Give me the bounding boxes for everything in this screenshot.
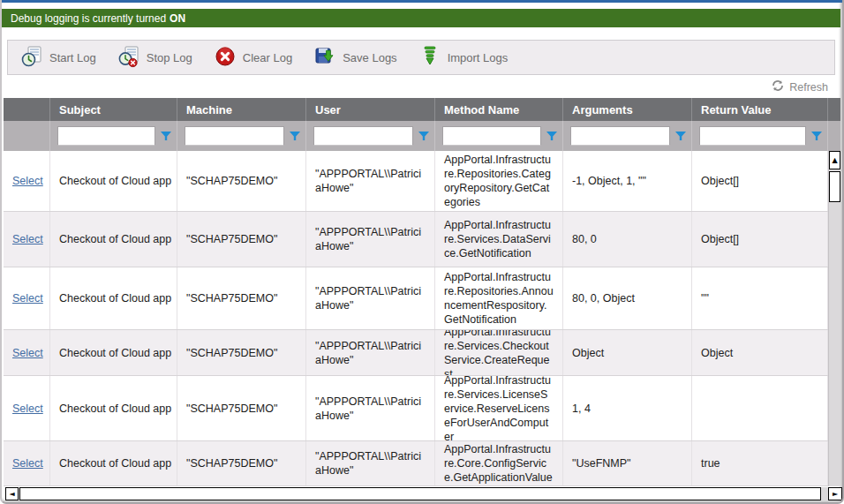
select-cell: Select <box>4 376 50 440</box>
arguments-filter-input[interactable] <box>570 126 670 146</box>
subject-filter-input[interactable] <box>57 126 155 146</box>
machine-filter-funnel-icon[interactable] <box>290 132 300 141</box>
import-logs-label: Import Logs <box>448 51 509 64</box>
return-value-cell: Object <box>692 330 828 375</box>
vertical-scrollbar[interactable]: ▲ <box>828 151 840 486</box>
filter-arguments-cell <box>563 121 692 151</box>
return-value-cell: true <box>692 441 828 485</box>
debug-log-window: Debug logging is currently turned ON Sta… <box>0 0 844 504</box>
refresh-button[interactable]: Refresh <box>772 79 828 95</box>
subject-cell: Checkout of Cloud app <box>50 212 177 267</box>
arguments-cell: Object <box>563 330 692 375</box>
log-toolbar: Start Log Stop Log <box>7 40 835 75</box>
return-filter-input[interactable] <box>699 126 806 146</box>
scroll-right-button[interactable]: ► <box>828 487 842 500</box>
arguments-cell: 80, 0, Object <box>563 267 692 329</box>
user-filter-funnel-icon[interactable] <box>418 132 429 141</box>
return-value-cell: Object[] <box>692 151 828 211</box>
scroll-left-button[interactable]: ◄ <box>5 487 19 500</box>
return-filter-funnel-icon[interactable] <box>811 132 822 141</box>
method-name-cell: AppPortal.Infrastructure.Services.Licens… <box>435 376 563 440</box>
table-row: Select Checkout of Cloud app "SCHAP75DEM… <box>4 151 828 212</box>
user-filter-input[interactable] <box>313 126 413 146</box>
user-cell: "APPPORTAL\\PatriciaHowe" <box>306 441 435 485</box>
machine-cell: "SCHAP75DEMO" <box>177 151 306 211</box>
method-name-cell: AppPortal.Infrastructure.Services.Checko… <box>435 330 563 375</box>
arguments-filter-funnel-icon[interactable] <box>675 132 686 141</box>
stop-log-label: Stop Log <box>147 51 192 64</box>
table-row: Select Checkout of Cloud app "SCHAP75DEM… <box>4 212 828 267</box>
arguments-cell: 80, 0 <box>563 212 692 267</box>
scroll-up-button[interactable]: ▲ <box>829 151 840 169</box>
arguments-cell: "UseFNMP" <box>563 441 692 485</box>
banner-state: ON <box>170 12 185 25</box>
banner-text: Debug logging is currently turned <box>11 12 166 25</box>
grid-header-row: Subject Machine User Method Name Argumen… <box>4 98 840 121</box>
machine-cell: "SCHAP75DEMO" <box>177 267 306 329</box>
grid-rows: Select Checkout of Cloud app "SCHAP75DEM… <box>4 151 828 486</box>
subject-cell: Checkout of Cloud app <box>50 330 177 375</box>
select-link[interactable]: Select <box>12 291 43 305</box>
header-user: User <box>306 98 435 121</box>
grid-data-area: Select Checkout of Cloud app "SCHAP75DEM… <box>4 151 840 486</box>
method-name-cell: AppPortal.Infrastructure.Core.ConfigServ… <box>435 441 563 485</box>
arguments-cell: -1, Object, 1, "" <box>563 151 692 211</box>
subject-cell: Checkout of Cloud app <box>50 267 177 329</box>
select-link[interactable]: Select <box>12 346 43 360</box>
filter-machine-cell <box>177 121 306 151</box>
header-return-value: Return Value <box>692 98 828 121</box>
select-cell: Select <box>4 267 50 329</box>
import-logs-button[interactable]: Import Logs <box>415 41 526 74</box>
subject-filter-funnel-icon[interactable] <box>161 132 171 141</box>
table-row: Select Checkout of Cloud app "SCHAP75DEM… <box>4 441 828 486</box>
user-cell: "APPPORTAL\\PatriciaHowe" <box>306 151 435 211</box>
import-logs-icon <box>418 45 441 71</box>
method-name-cell: AppPortal.Infrastructure.Repositories.An… <box>435 267 563 329</box>
user-cell: "APPPORTAL\\PatriciaHowe" <box>306 267 435 329</box>
clear-log-button[interactable]: Clear Log <box>210 41 310 74</box>
return-value-cell <box>692 376 828 440</box>
user-cell: "APPPORTAL\\PatriciaHowe" <box>306 212 435 267</box>
machine-cell: "SCHAP75DEMO" <box>177 212 306 267</box>
select-link[interactable]: Select <box>12 232 43 246</box>
select-link[interactable]: Select <box>12 402 43 416</box>
return-value-cell: Object[] <box>692 212 828 267</box>
debug-status-banner: Debug logging is currently turned ON <box>2 9 840 27</box>
select-link[interactable]: Select <box>12 456 43 470</box>
header-method-name: Method Name <box>435 98 563 121</box>
arguments-cell: 1, 4 <box>563 376 692 440</box>
select-link[interactable]: Select <box>12 174 43 188</box>
subject-cell: Checkout of Cloud app <box>50 441 177 485</box>
start-log-icon <box>20 45 43 71</box>
filter-scrollbar-cap <box>828 121 840 151</box>
subject-cell: Checkout of Cloud app <box>50 376 177 440</box>
select-cell: Select <box>4 441 50 485</box>
stop-log-button[interactable]: Stop Log <box>114 41 210 74</box>
window-top-border <box>2 0 842 3</box>
filter-method-cell <box>435 121 563 151</box>
user-cell: "APPPORTAL\\PatriciaHowe" <box>306 330 435 375</box>
log-grid: Subject Machine User Method Name Argumen… <box>4 98 840 500</box>
stop-log-icon <box>117 45 140 71</box>
table-row: Select Checkout of Cloud app "SCHAP75DEM… <box>4 376 828 441</box>
save-logs-button[interactable]: Save Logs <box>310 41 414 74</box>
horizontal-scroll-thumb[interactable] <box>19 487 821 500</box>
method-filter-funnel-icon[interactable] <box>546 132 557 141</box>
start-log-label: Start Log <box>49 51 96 64</box>
method-filter-input[interactable] <box>442 126 541 146</box>
vertical-scroll-thumb[interactable] <box>829 171 840 202</box>
horizontal-scrollbar[interactable]: ◄ ► <box>5 487 842 500</box>
subject-cell: Checkout of Cloud app <box>50 151 177 211</box>
save-logs-label: Save Logs <box>343 51 396 64</box>
method-name-cell: AppPortal.Infrastructure.Services.DataSe… <box>435 212 563 267</box>
machine-filter-input[interactable] <box>185 126 284 146</box>
return-value-cell: "" <box>692 267 828 329</box>
table-row: Select Checkout of Cloud app "SCHAP75DEM… <box>4 330 828 376</box>
header-subject: Subject <box>50 98 177 121</box>
select-cell: Select <box>4 330 50 375</box>
refresh-label: Refresh <box>789 81 828 94</box>
filter-return-cell <box>692 121 828 151</box>
grid-filter-row <box>4 121 840 151</box>
start-log-button[interactable]: Start Log <box>17 41 114 74</box>
user-cell: "APPPORTAL\\PatriciaHowe" <box>306 376 435 440</box>
